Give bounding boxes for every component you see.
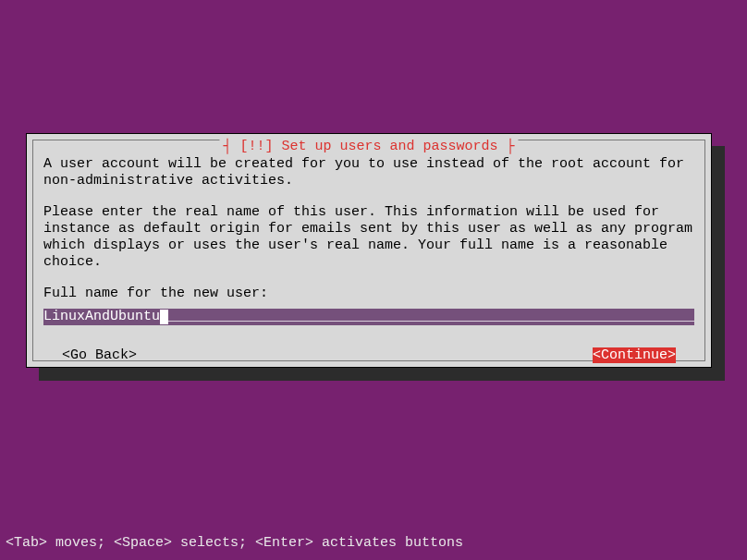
go-back-button[interactable]: <Go Back> (62, 347, 137, 363)
buttons-row: <Go Back> <Continue> (43, 347, 694, 363)
status-bar: <Tab> moves; <Space> selects; <Enter> ac… (6, 535, 463, 551)
fullname-prompt: Full name for the new user: (43, 286, 694, 301)
setup-users-dialog: ┤ [!!] Set up users and passwords ├ A us… (26, 133, 712, 368)
intro-paragraph-1: A user account will be created for you t… (43, 156, 694, 189)
input-fill: ________________________________________… (168, 309, 694, 324)
dialog-content: A user account will be created for you t… (43, 156, 694, 363)
intro-paragraph-2: Please enter the real name of this user.… (43, 204, 694, 271)
fullname-input-value: LinuxAndUbuntu (43, 309, 160, 324)
text-cursor (160, 310, 168, 324)
dialog-title: ┤ [!!] Set up users and passwords ├ (219, 139, 518, 154)
continue-button[interactable]: <Continue> (593, 347, 676, 363)
fullname-input[interactable]: LinuxAndUbuntu__________________________… (43, 309, 694, 325)
